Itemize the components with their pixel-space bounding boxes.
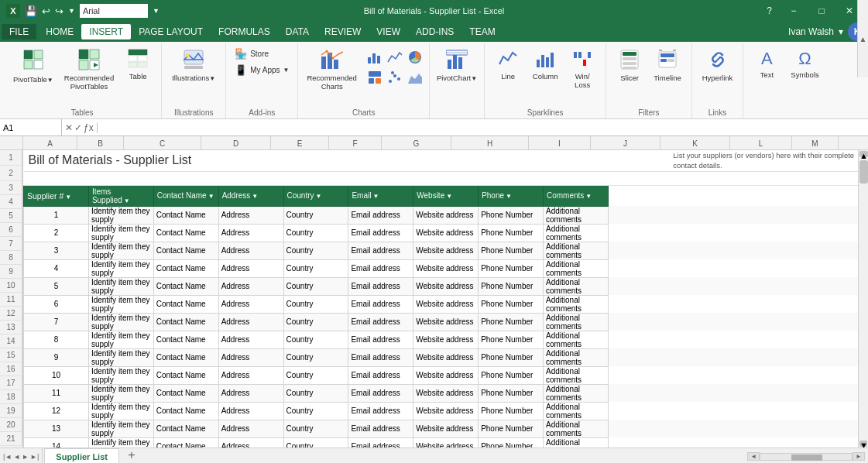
- sheet-first-arrow[interactable]: |◄: [3, 453, 12, 461]
- name-box[interactable]: A1: [0, 119, 62, 135]
- row-num-7[interactable]: 7: [0, 237, 22, 251]
- header-contact[interactable]: Contact Name▼: [153, 185, 218, 206]
- col-header-k[interactable]: K: [660, 136, 730, 150]
- col-header-b[interactable]: B: [77, 136, 124, 150]
- row-num-20[interactable]: 20: [0, 418, 22, 432]
- col-header-i[interactable]: I: [529, 136, 591, 150]
- row-num-9[interactable]: 9: [0, 265, 22, 279]
- col-header-m[interactable]: M: [792, 136, 839, 150]
- font-dropdown-arrow[interactable]: ▼: [153, 7, 160, 15]
- add-sheet-button[interactable]: +: [124, 448, 139, 462]
- horizontal-scrollbar[interactable]: ◄ ►: [139, 448, 868, 463]
- row-num-11[interactable]: 11: [0, 293, 22, 307]
- recommended-charts-button[interactable]: RecommendedCharts: [303, 46, 360, 94]
- row-num-16[interactable]: 16: [0, 362, 22, 376]
- ribbon-scroll-right[interactable]: ▲: [857, 0, 868, 77]
- redo-icon[interactable]: ↪: [55, 5, 63, 17]
- text-button[interactable]: A Text: [750, 46, 784, 81]
- col-header-g[interactable]: G: [382, 136, 451, 150]
- insert-function-icon[interactable]: ƒx: [84, 122, 94, 133]
- timeline-button[interactable]: Timeline: [650, 46, 685, 84]
- pivot-table-button[interactable]: PivotTable▼: [9, 46, 57, 87]
- col-header-e[interactable]: E: [271, 136, 329, 150]
- pivot-chart-button[interactable]: PivotChart▼: [433, 46, 481, 84]
- win-loss-button[interactable]: Win/Loss: [565, 46, 599, 91]
- column-sparkline-button[interactable]: Column: [528, 46, 562, 83]
- row-num-19[interactable]: 19: [0, 404, 22, 418]
- bar-chart-icon[interactable]: [365, 48, 384, 67]
- my-apps-button[interactable]: 📱 My Apps ▼: [231, 63, 293, 77]
- header-country[interactable]: Country▼: [283, 185, 348, 206]
- store-button[interactable]: 🏪 Store: [231, 46, 273, 61]
- font-family-input[interactable]: [80, 4, 148, 18]
- vertical-scrollbar[interactable]: ▲ ▼: [858, 150, 868, 448]
- quick-access-arrow[interactable]: ▼: [68, 7, 75, 15]
- sheet-tab-supplier-list[interactable]: Supplier List: [44, 448, 119, 463]
- sheet-next-arrow[interactable]: ►: [22, 453, 29, 461]
- row-num-17[interactable]: 17: [0, 376, 22, 390]
- col-header-f[interactable]: F: [329, 136, 382, 150]
- line-sparkline-button[interactable]: Line: [491, 46, 525, 83]
- row-num-21[interactable]: 21: [0, 432, 22, 446]
- menu-file[interactable]: FILE: [2, 24, 36, 39]
- hyperlink-button[interactable]: Hyperlink: [698, 46, 737, 84]
- symbols-button[interactable]: Ω Symbols: [787, 46, 822, 81]
- menu-formulas[interactable]: FORMULAS: [211, 24, 278, 39]
- formula-input[interactable]: [98, 123, 868, 132]
- menu-home[interactable]: HOME: [38, 24, 81, 39]
- cancel-formula-icon[interactable]: ✕: [65, 122, 73, 133]
- scroll-down-arrow[interactable]: ▼: [859, 441, 867, 447]
- menu-page-layout[interactable]: PAGE LAYOUT: [131, 24, 211, 39]
- pie-chart-icon[interactable]: [406, 48, 424, 67]
- confirm-formula-icon[interactable]: ✓: [74, 122, 82, 133]
- table-button[interactable]: Table: [121, 46, 155, 83]
- h-scroll-thumb[interactable]: [791, 454, 822, 461]
- h-scroll-left[interactable]: ◄: [747, 452, 760, 461]
- menu-insert[interactable]: INSERT: [81, 24, 131, 39]
- row-num-5[interactable]: 5: [0, 209, 22, 223]
- row-num-8[interactable]: 8: [0, 251, 22, 265]
- area-chart-icon[interactable]: [406, 68, 424, 87]
- scroll-thumb[interactable]: [859, 160, 868, 183]
- header-items[interactable]: Items Supplied▼: [88, 185, 153, 206]
- header-address[interactable]: Address▼: [218, 185, 283, 206]
- h-scroll-right[interactable]: ►: [853, 452, 865, 461]
- recommended-pivot-button[interactable]: RecommendedPivotTables: [60, 46, 118, 94]
- help-icon[interactable]: ?: [767, 5, 772, 16]
- row-num-12[interactable]: 12: [0, 307, 22, 321]
- header-supplier[interactable]: Supplier #▼: [24, 185, 89, 206]
- header-phone[interactable]: Phone▼: [479, 185, 544, 206]
- row-num-6[interactable]: 6: [0, 223, 22, 237]
- row-num-15[interactable]: 15: [0, 348, 22, 362]
- header-email[interactable]: Email▼: [348, 185, 413, 206]
- row-num-10[interactable]: 10: [0, 279, 22, 293]
- user-dropdown-arrow[interactable]: ▾: [839, 26, 843, 37]
- save-icon[interactable]: 💾: [25, 5, 37, 17]
- menu-team[interactable]: TEAM: [461, 24, 503, 39]
- maximize-button[interactable]: □: [809, 0, 834, 22]
- menu-addins[interactable]: ADD-INS: [408, 24, 461, 39]
- menu-review[interactable]: REVIEW: [317, 24, 369, 39]
- hierarchy-chart-icon[interactable]: [365, 68, 384, 87]
- row-num-4[interactable]: 4: [0, 195, 22, 209]
- row-num-14[interactable]: 14: [0, 334, 22, 348]
- col-header-j[interactable]: J: [591, 136, 660, 150]
- row-num-2[interactable]: 2: [0, 166, 22, 181]
- slicer-button[interactable]: Slicer: [612, 46, 647, 84]
- row-num-13[interactable]: 13: [0, 321, 22, 334]
- header-website[interactable]: Website▼: [413, 185, 479, 206]
- col-header-a[interactable]: A: [23, 136, 77, 150]
- line-chart-small-icon[interactable]: [386, 48, 404, 67]
- minimize-button[interactable]: −: [781, 0, 806, 22]
- scatter-chart-icon[interactable]: [386, 68, 404, 87]
- row-num-18[interactable]: 18: [0, 390, 22, 404]
- title-cell[interactable]: Bill of Materials - Supplier List: [24, 150, 674, 171]
- col-header-l[interactable]: L: [730, 136, 792, 150]
- col-header-c[interactable]: C: [124, 136, 201, 150]
- menu-view[interactable]: VIEW: [369, 24, 408, 39]
- scroll-up-arrow[interactable]: ▲: [859, 151, 868, 157]
- row-num-3[interactable]: 3: [0, 181, 22, 195]
- menu-data[interactable]: DATA: [278, 24, 317, 39]
- sheet-prev-arrow[interactable]: ◄: [13, 453, 20, 461]
- col-header-h[interactable]: H: [451, 136, 529, 150]
